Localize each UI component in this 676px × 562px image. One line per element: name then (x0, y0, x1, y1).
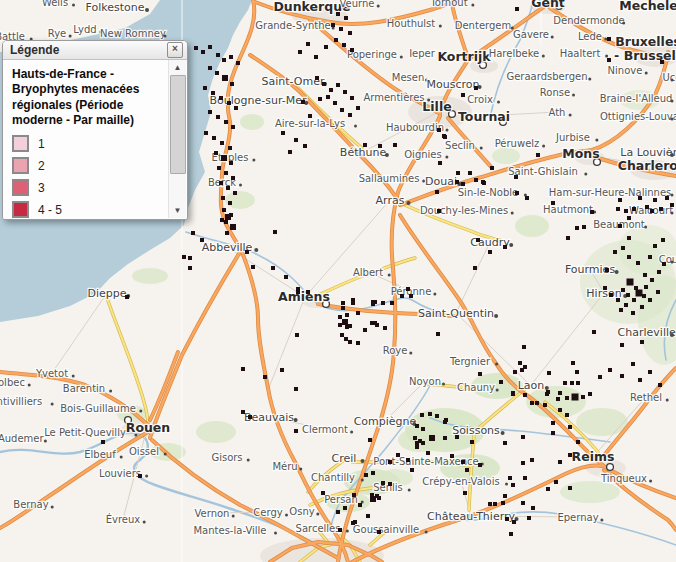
observation-marker (331, 23, 335, 27)
observation-marker (656, 290, 660, 294)
observation-marker (493, 502, 497, 506)
observation-marker (565, 396, 569, 400)
observation-marker (631, 362, 635, 366)
legend-scrollbar[interactable]: ▲ ▼ (168, 60, 186, 218)
map-label-town: Aire-sur-la-Lys (275, 118, 345, 129)
map-label-town: Albert (353, 267, 383, 278)
town-dot (542, 145, 545, 148)
observation-marker (530, 458, 534, 462)
observation-marker (303, 144, 307, 148)
observation-marker (321, 491, 325, 495)
town-dot (145, 8, 149, 12)
observation-marker (523, 476, 527, 480)
town-dot (671, 194, 674, 197)
town-dot (350, 431, 353, 434)
observation-marker (443, 135, 447, 139)
map-label-town: Dendermonde (553, 15, 624, 26)
observation-marker (343, 90, 347, 94)
scroll-up-icon[interactable]: ▲ (169, 60, 186, 75)
town-dot (72, 375, 75, 378)
map-label-town: Cergy (253, 507, 282, 518)
observation-marker (241, 367, 245, 371)
observation-marker (406, 458, 410, 462)
observation-marker (535, 401, 539, 405)
town-dot (671, 212, 674, 215)
town-dot (28, 384, 31, 387)
observation-marker (101, 440, 105, 444)
observation-marker (222, 208, 226, 212)
observation-marker (523, 393, 527, 397)
town-dot (569, 114, 572, 117)
town-dot (69, 35, 72, 38)
observation-marker (568, 453, 572, 457)
observation-marker (660, 60, 664, 64)
observation-marker (571, 361, 575, 365)
legend-swatch (12, 157, 29, 174)
town-dot (316, 513, 319, 516)
map-label-town: Harelbeke (489, 48, 540, 59)
observation-marker (421, 427, 425, 431)
town-dot (497, 101, 500, 104)
town-dot (505, 483, 508, 486)
town-dot (588, 78, 591, 81)
map-label-town: Armentières (363, 92, 424, 103)
observation-marker (638, 378, 642, 382)
map-label-town: Oignies (404, 149, 441, 160)
town-dot (400, 56, 403, 59)
map-label-town: Oissel (129, 446, 159, 457)
map-label-town: New Romney (100, 28, 166, 39)
observation-marker (214, 151, 218, 155)
observation-marker (318, 97, 322, 101)
observation-marker (590, 210, 594, 214)
observation-marker (284, 275, 288, 279)
observation-marker (511, 392, 515, 396)
observation-marker (208, 45, 212, 49)
town-dot (671, 261, 674, 264)
map-app: WellsFolkestoneBattleRyeLyddNew RomneyDu… (0, 0, 676, 562)
town-dot (446, 129, 449, 132)
observation-marker (200, 238, 204, 242)
town-dot (615, 270, 619, 274)
legend-header[interactable]: Légende × (3, 41, 187, 60)
observation-marker (478, 372, 482, 376)
observation-marker (388, 460, 392, 464)
observation-marker (356, 106, 360, 110)
observation-marker (220, 141, 224, 145)
scroll-thumb[interactable] (170, 75, 186, 174)
map-label-town: Torhout (429, 0, 467, 8)
town-dot (361, 459, 365, 463)
town-dot (239, 184, 242, 187)
close-icon[interactable]: × (167, 42, 183, 58)
scroll-down-icon[interactable]: ▼ (169, 203, 186, 218)
town-dot (409, 352, 412, 355)
map-label-city: Mons (562, 146, 599, 161)
observation-marker (620, 343, 624, 347)
observation-marker (624, 209, 628, 213)
map-label-town: Elbeuf (84, 449, 116, 460)
town-dot (145, 475, 148, 478)
observation-marker (410, 468, 414, 472)
observation-marker (396, 453, 400, 457)
observation-marker (336, 510, 340, 514)
observation-marker (474, 86, 478, 90)
observation-marker (499, 380, 503, 384)
map-label-town: Ninove (608, 65, 643, 76)
map-label-town: Epernay (557, 512, 598, 523)
observation-marker (251, 265, 255, 269)
legend-item: 2 (12, 157, 163, 174)
observation-marker (263, 375, 267, 379)
observation-marker (329, 88, 333, 92)
observation-marker (626, 293, 630, 297)
observation-marker (225, 214, 231, 220)
observation-marker (619, 308, 623, 312)
map-label-city: Tournai (458, 109, 510, 124)
observation-marker (381, 301, 385, 305)
legend-swatch (12, 201, 29, 218)
map-label-town: Poperinge (347, 49, 397, 60)
map-label-town: Goussainville (353, 524, 419, 535)
town-dot (51, 506, 54, 509)
town-dot (408, 489, 411, 492)
observation-marker (653, 244, 657, 248)
observation-marker (618, 224, 622, 228)
observation-marker (653, 198, 657, 202)
